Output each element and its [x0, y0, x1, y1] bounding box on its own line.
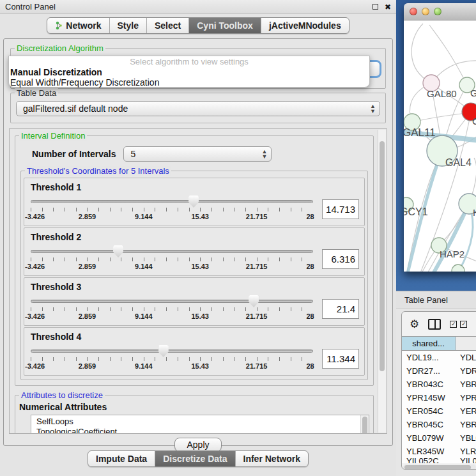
stepper-icon: ▲▼	[370, 104, 376, 114]
threshold-1-value-field[interactable]	[322, 199, 359, 219]
slider-ticks	[31, 257, 313, 261]
list-item[interactable]: SelfLoops	[36, 417, 369, 427]
thresholds-group-label: Threshold's Coordinates for 5 Intervals	[25, 166, 171, 176]
threshold-4-slider[interactable]: -3.4262.8599.14415.4321.71528	[31, 344, 313, 372]
checkbox-icon[interactable]: ✓	[460, 321, 467, 328]
list-item[interactable]: TopologicalCoefficient	[36, 427, 369, 434]
threshold-2-label: Threshold 2	[31, 232, 359, 242]
table-row[interactable]: YIL052CYIL0	[402, 458, 476, 463]
zoom-traffic-light-icon[interactable]	[434, 8, 441, 15]
table-data-label: Table Data	[15, 88, 58, 98]
table-data-combo[interactable]: galFiltered.sif default node ▲▼	[16, 101, 380, 116]
column-header-name[interactable]: na	[456, 337, 476, 350]
threshold-1-box: Threshold 1 -3.4262.8599.14415.4321.7152…	[24, 178, 365, 226]
threshold-2-value-field[interactable]	[322, 249, 359, 269]
settings-scroll-area: Interval Definition Number of Intervals …	[9, 128, 387, 434]
float-window-icon[interactable]	[372, 4, 378, 10]
node-label: GA	[470, 88, 476, 98]
algorithm-option-manual[interactable]: Manual Discretization	[9, 67, 369, 77]
algorithm-dropdown-popup: Select algorithm to view settings Manual…	[8, 56, 370, 88]
slider-track	[31, 200, 313, 203]
control-panel: Control Panel ✖ Network Style Select Cyn…	[0, 0, 396, 476]
control-panel-titlebar: Control Panel ✖	[0, 0, 396, 14]
threshold-2-box: Threshold 2 -3.4262.8599.14415.4321.7152…	[24, 227, 365, 276]
table-row[interactable]: YBR045CYBR0	[402, 418, 476, 431]
node-label: GAL4	[445, 157, 472, 168]
tab-style[interactable]: Style	[110, 18, 147, 33]
thresholds-group: Threshold's Coordinates for 5 Intervals …	[20, 171, 368, 380]
top-tab-bar: Network Style Select Cyni Toolbox jActiv…	[0, 14, 396, 37]
column-header-shared-name[interactable]: shared...	[402, 337, 456, 350]
split-columns-icon[interactable]	[428, 319, 441, 330]
threshold-4-handle[interactable]	[158, 345, 169, 357]
cyni-toolbox-content: Discretization Algorithm Select algorith…	[3, 38, 393, 446]
tab-cyni-toolbox[interactable]: Cyni Toolbox	[189, 18, 261, 33]
node-label: GAL80	[427, 88, 457, 99]
interval-group-label: Interval Definition	[19, 131, 87, 141]
settings-scrollbar[interactable]	[378, 130, 386, 433]
table-row[interactable]: YBR043CYBR0	[402, 378, 476, 391]
attributes-list: SelfLoops TopologicalCoefficient Between…	[31, 415, 369, 434]
close-traffic-light-icon[interactable]	[410, 8, 417, 15]
tab-jactivemnodules[interactable]: jActiveMNodules	[261, 18, 349, 33]
apply-button[interactable]: Apply	[174, 438, 221, 452]
threshold-1-slider[interactable]: -3.4262.8599.14415.4321.71528	[31, 195, 313, 223]
threshold-2-handle[interactable]	[113, 245, 123, 257]
table-horizontal-scrollbar[interactable]	[403, 464, 476, 470]
threshold-3-slider[interactable]: -3.4262.8599.14415.4321.71528	[31, 295, 313, 323]
slider-track	[31, 349, 313, 353]
list-scrollbar[interactable]	[360, 415, 369, 434]
tab-select[interactable]: Select	[147, 18, 189, 33]
tab-infer-network[interactable]: Infer Network	[236, 451, 308, 466]
gear-icon[interactable]: ⚙	[410, 318, 419, 331]
table-data-group: Table Data galFiltered.sif default node …	[10, 93, 386, 123]
checkbox-icon[interactable]: ✓	[450, 321, 457, 328]
tab-impute-data[interactable]: Impute Data	[88, 451, 155, 466]
bottom-tab-bar: Impute Data Discretize Data Infer Networ…	[0, 450, 396, 467]
table-row[interactable]: YPR145WYPR1	[402, 391, 476, 404]
algorithm-option-equal-width[interactable]: Equal Width/Frequency Discretization	[9, 77, 369, 88]
network-canvas[interactable]: GAL80 GA C GAL11 GAL4 GCY1 H HAP2	[404, 20, 476, 272]
table-row[interactable]: YLR345WYLR3	[402, 445, 476, 458]
numerical-attributes-label: Numerical Attributes	[19, 402, 369, 412]
threshold-4-value-field[interactable]	[322, 349, 359, 369]
table-row[interactable]: YBL079WYBL0	[402, 431, 476, 445]
desktop-background: GAL80 GA C GAL11 GAL4 GCY1 H HAP2	[396, 0, 476, 291]
tab-network[interactable]: Network	[47, 18, 109, 33]
threshold-3-value-field[interactable]	[322, 299, 359, 319]
table-panel-title: Table Panel	[404, 295, 448, 305]
slider-tick-labels: -3.4262.8599.14415.4321.71528	[31, 312, 313, 321]
table-row[interactable]: YDL19...YDL1	[402, 351, 476, 364]
slider-ticks	[31, 307, 313, 311]
num-intervals-combo[interactable]: 5 ▲▼	[123, 146, 272, 162]
slider-tick-labels: -3.4262.8599.14415.4321.71528	[31, 263, 313, 272]
right-side: GAL80 GA C GAL11 GAL4 GCY1 H HAP2 Table …	[396, 0, 476, 476]
close-icon[interactable]: ✖	[385, 3, 391, 12]
threshold-4-label: Threshold 4	[31, 332, 359, 342]
threshold-1-handle[interactable]	[188, 196, 199, 208]
table-row[interactable]: YDR27...YDR2	[402, 364, 476, 378]
attributes-group-label: Attributes to discretize	[19, 390, 105, 400]
minimize-traffic-light-icon[interactable]	[422, 8, 429, 15]
node-label: GCY1	[404, 206, 428, 217]
tab-discretize-data[interactable]: Discretize Data	[155, 451, 235, 466]
threshold-4-box: Threshold 4 -3.4262.8599.14415.4321.7152…	[24, 327, 365, 376]
stepper-icon: ▲▼	[262, 149, 268, 159]
network-view-window: GAL80 GA C GAL11 GAL4 GCY1 H HAP2	[404, 3, 476, 272]
threshold-3-label: Threshold 3	[31, 282, 359, 292]
attributes-group: Attributes to discretize Numerical Attri…	[15, 395, 374, 434]
table-toolbar: ⚙ ✓ ✓	[402, 312, 476, 336]
node-table: shared... na YDL19...YDL1 YDR27...YDR2 Y…	[402, 336, 476, 463]
slider-tick-labels: -3.4262.8599.14415.4321.71528	[31, 362, 313, 371]
slider-tick-labels: -3.4262.8599.14415.4321.71528	[31, 213, 313, 222]
node-label: H	[473, 207, 476, 218]
table-panel-titlebar: Table Panel	[396, 291, 476, 309]
threshold-3-box: Threshold 3 -3.4262.8599.14415.4321.7152…	[24, 277, 365, 326]
table-row[interactable]: YER054CYER0	[402, 404, 476, 418]
slider-ticks	[31, 208, 313, 211]
panel-title: Control Panel	[5, 2, 366, 12]
threshold-2-slider[interactable]: -3.4262.8599.14415.4321.71528	[31, 245, 313, 273]
threshold-1-label: Threshold 1	[31, 182, 359, 192]
num-intervals-label: Number of Intervals	[32, 149, 116, 159]
threshold-3-handle[interactable]	[249, 295, 259, 307]
